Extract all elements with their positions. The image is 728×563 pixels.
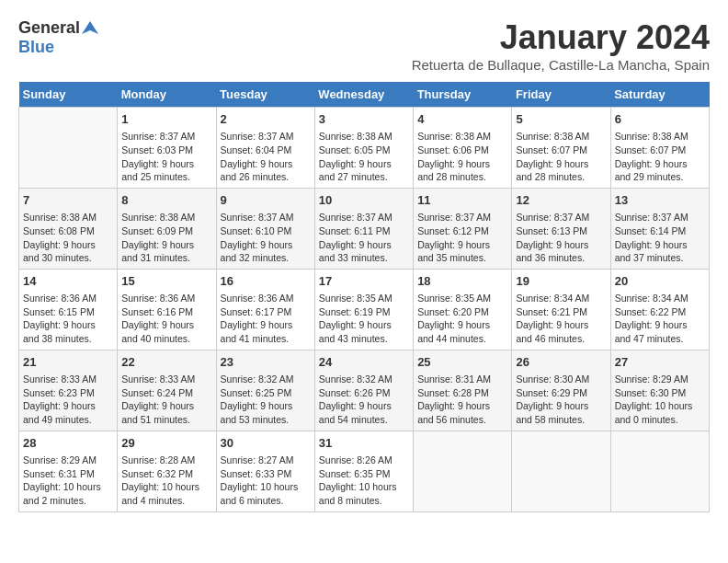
calendar-cell: 12Sunrise: 8:37 AMSunset: 6:13 PMDayligh… (512, 188, 610, 269)
weekday-header-saturday: Saturday (610, 82, 709, 108)
calendar-cell: 3Sunrise: 8:38 AMSunset: 6:05 PMDaylight… (314, 108, 413, 189)
calendar-cell: 8Sunrise: 8:38 AMSunset: 6:09 PMDaylight… (118, 188, 216, 269)
day-number: 22 (121, 354, 211, 371)
weekday-header-sunday: Sunday (19, 82, 118, 108)
calendar-cell: 5Sunrise: 8:38 AMSunset: 6:07 PMDaylight… (512, 108, 610, 189)
day-info: Sunrise: 8:36 AMSunset: 6:15 PMDaylight:… (23, 292, 113, 346)
day-number: 23 (221, 354, 311, 371)
day-info: Sunrise: 8:38 AMSunset: 6:09 PMDaylight:… (121, 211, 211, 265)
calendar-cell: 10Sunrise: 8:37 AMSunset: 6:11 PMDayligh… (314, 188, 413, 269)
calendar-week-row: 28Sunrise: 8:29 AMSunset: 6:31 PMDayligh… (19, 431, 710, 511)
calendar-cell: 28Sunrise: 8:29 AMSunset: 6:31 PMDayligh… (19, 431, 118, 511)
day-number: 5 (516, 111, 606, 128)
day-info: Sunrise: 8:32 AMSunset: 6:25 PMDaylight:… (221, 373, 311, 427)
day-number: 3 (319, 111, 409, 128)
calendar-cell: 23Sunrise: 8:32 AMSunset: 6:25 PMDayligh… (216, 350, 314, 431)
day-info: Sunrise: 8:37 AMSunset: 6:13 PMDaylight:… (516, 211, 606, 265)
calendar-cell: 4Sunrise: 8:38 AMSunset: 6:06 PMDaylight… (414, 108, 512, 189)
weekday-header-monday: Monday (118, 82, 216, 108)
calendar-cell: 18Sunrise: 8:35 AMSunset: 6:20 PMDayligh… (414, 269, 512, 350)
day-number: 9 (221, 192, 311, 209)
logo-blue-text: Blue (18, 38, 54, 56)
day-info: Sunrise: 8:37 AMSunset: 6:10 PMDaylight:… (221, 211, 311, 265)
day-info: Sunrise: 8:28 AMSunset: 6:32 PMDaylight:… (121, 454, 211, 508)
svg-marker-0 (82, 21, 98, 34)
day-number: 19 (516, 273, 606, 290)
calendar-cell: 22Sunrise: 8:33 AMSunset: 6:24 PMDayligh… (118, 350, 216, 431)
weekday-header-thursday: Thursday (414, 82, 512, 108)
calendar-cell: 2Sunrise: 8:37 AMSunset: 6:04 PMDaylight… (216, 108, 314, 189)
day-number: 8 (121, 192, 211, 209)
calendar-cell: 9Sunrise: 8:37 AMSunset: 6:10 PMDaylight… (216, 188, 314, 269)
day-number: 14 (23, 273, 113, 290)
calendar-cell (414, 431, 512, 511)
day-number: 6 (615, 111, 705, 128)
day-number: 31 (319, 435, 409, 452)
weekday-header-row: SundayMondayTuesdayWednesdayThursdayFrid… (19, 82, 710, 108)
day-number: 10 (319, 192, 409, 209)
calendar-cell: 21Sunrise: 8:33 AMSunset: 6:23 PMDayligh… (19, 350, 118, 431)
logo: General Blue (18, 18, 98, 57)
day-info: Sunrise: 8:37 AMSunset: 6:03 PMDaylight:… (121, 130, 211, 184)
day-info: Sunrise: 8:27 AMSunset: 6:33 PMDaylight:… (221, 454, 311, 508)
day-info: Sunrise: 8:38 AMSunset: 6:07 PMDaylight:… (516, 130, 606, 184)
day-number: 15 (121, 273, 211, 290)
day-info: Sunrise: 8:33 AMSunset: 6:24 PMDaylight:… (121, 373, 211, 427)
calendar-cell: 30Sunrise: 8:27 AMSunset: 6:33 PMDayligh… (216, 431, 314, 511)
calendar-cell (19, 108, 118, 189)
calendar-cell: 16Sunrise: 8:36 AMSunset: 6:17 PMDayligh… (216, 269, 314, 350)
logo-general-text: General (18, 18, 80, 38)
day-number: 25 (417, 354, 507, 371)
day-info: Sunrise: 8:35 AMSunset: 6:20 PMDaylight:… (417, 292, 507, 346)
calendar-cell: 31Sunrise: 8:26 AMSunset: 6:35 PMDayligh… (314, 431, 413, 511)
day-info: Sunrise: 8:34 AMSunset: 6:21 PMDaylight:… (516, 292, 606, 346)
day-number: 28 (23, 435, 113, 452)
day-info: Sunrise: 8:38 AMSunset: 6:08 PMDaylight:… (23, 211, 113, 265)
calendar-cell: 20Sunrise: 8:34 AMSunset: 6:22 PMDayligh… (610, 269, 709, 350)
day-number: 17 (319, 273, 409, 290)
day-number: 12 (516, 192, 606, 209)
calendar-cell: 24Sunrise: 8:32 AMSunset: 6:26 PMDayligh… (314, 350, 413, 431)
calendar-cell (610, 431, 709, 511)
calendar-week-row: 21Sunrise: 8:33 AMSunset: 6:23 PMDayligh… (19, 350, 710, 431)
day-info: Sunrise: 8:31 AMSunset: 6:28 PMDaylight:… (417, 373, 507, 427)
day-info: Sunrise: 8:37 AMSunset: 6:04 PMDaylight:… (221, 130, 311, 184)
day-info: Sunrise: 8:29 AMSunset: 6:30 PMDaylight:… (615, 373, 705, 427)
calendar-cell: 6Sunrise: 8:38 AMSunset: 6:07 PMDaylight… (610, 108, 709, 189)
calendar-cell: 19Sunrise: 8:34 AMSunset: 6:21 PMDayligh… (512, 269, 610, 350)
day-number: 7 (23, 192, 113, 209)
day-info: Sunrise: 8:38 AMSunset: 6:05 PMDaylight:… (319, 130, 409, 184)
calendar-title: January 2024 (412, 18, 710, 57)
logo-bird-icon (82, 19, 98, 36)
day-info: Sunrise: 8:26 AMSunset: 6:35 PMDaylight:… (319, 454, 409, 508)
calendar-cell: 17Sunrise: 8:35 AMSunset: 6:19 PMDayligh… (314, 269, 413, 350)
calendar-cell: 25Sunrise: 8:31 AMSunset: 6:28 PMDayligh… (414, 350, 512, 431)
day-number: 24 (319, 354, 409, 371)
day-number: 30 (221, 435, 311, 452)
day-info: Sunrise: 8:30 AMSunset: 6:29 PMDaylight:… (516, 373, 606, 427)
calendar-week-row: 7Sunrise: 8:38 AMSunset: 6:08 PMDaylight… (19, 188, 710, 269)
day-number: 21 (23, 354, 113, 371)
day-number: 16 (221, 273, 311, 290)
calendar-cell: 14Sunrise: 8:36 AMSunset: 6:15 PMDayligh… (19, 269, 118, 350)
calendar-cell: 7Sunrise: 8:38 AMSunset: 6:08 PMDaylight… (19, 188, 118, 269)
day-number: 13 (615, 192, 705, 209)
day-info: Sunrise: 8:37 AMSunset: 6:14 PMDaylight:… (615, 211, 705, 265)
calendar-cell: 1Sunrise: 8:37 AMSunset: 6:03 PMDaylight… (118, 108, 216, 189)
day-number: 2 (221, 111, 311, 128)
day-number: 1 (121, 111, 211, 128)
title-area: January 2024 Retuerta de Bullaque, Casti… (412, 18, 710, 73)
day-number: 18 (417, 273, 507, 290)
calendar-subtitle: Retuerta de Bullaque, Castille-La Mancha… (412, 57, 710, 73)
day-info: Sunrise: 8:34 AMSunset: 6:22 PMDaylight:… (615, 292, 705, 346)
calendar-cell: 13Sunrise: 8:37 AMSunset: 6:14 PMDayligh… (610, 188, 709, 269)
calendar-cell (512, 431, 610, 511)
weekday-header-friday: Friday (512, 82, 610, 108)
day-info: Sunrise: 8:33 AMSunset: 6:23 PMDaylight:… (23, 373, 113, 427)
day-info: Sunrise: 8:38 AMSunset: 6:07 PMDaylight:… (615, 130, 705, 184)
day-info: Sunrise: 8:29 AMSunset: 6:31 PMDaylight:… (23, 454, 113, 508)
day-number: 26 (516, 354, 606, 371)
day-info: Sunrise: 8:37 AMSunset: 6:12 PMDaylight:… (417, 211, 507, 265)
calendar-table: SundayMondayTuesdayWednesdayThursdayFrid… (18, 82, 710, 512)
header: General Blue January 2024 Retuerta de Bu… (18, 18, 710, 73)
